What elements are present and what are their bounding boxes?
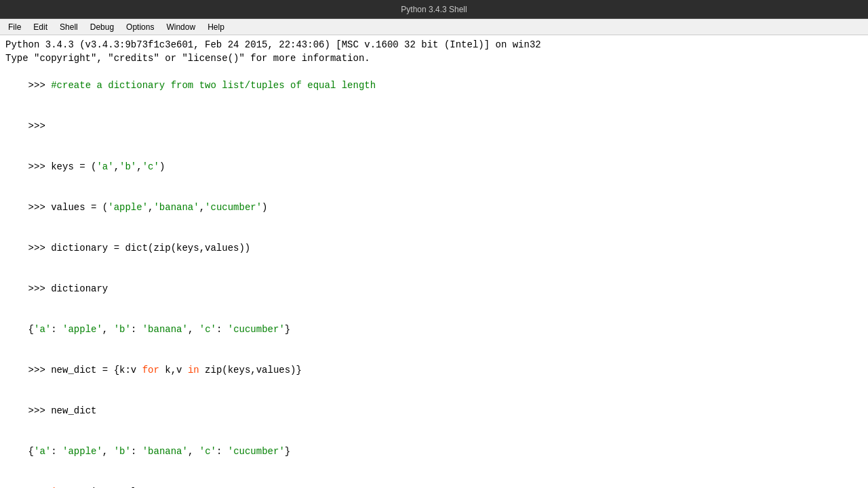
menu-edit[interactable]: Edit (28, 21, 53, 33)
prompt: >>> (28, 405, 52, 416)
menu-bar: File Edit Shell Debug Options Window Hel… (0, 19, 868, 35)
code: keys = ('a','b','c') (51, 161, 165, 172)
prompt: >>> (28, 243, 52, 253)
code: new_dict = {k:v for k,v in zip(keys,valu… (51, 365, 302, 375)
code: dictionary (51, 283, 108, 294)
terminal[interactable]: Python 3.4.3 (v3.4.3:9b73f1c3e601, Feb 2… (0, 35, 868, 488)
sysinfo-line1: Python 3.4.3 (v3.4.3:9b73f1c3e601, Feb 2… (5, 38, 863, 52)
menu-options[interactable]: Options (121, 21, 159, 33)
title-text: Python 3.4.3 Shell (401, 5, 467, 14)
line-8: >>> new_dict = {k:v for k,v in zip(keys,… (5, 350, 863, 390)
output-text: {'a': 'apple', 'b': 'banana', 'c': 'cucu… (28, 446, 291, 457)
menu-file[interactable]: File (3, 21, 26, 33)
line-11: >>> import itertools (5, 472, 863, 488)
prompt: >>> (28, 365, 52, 375)
sysinfo-line2: Type "copyright", "credits" or "license(… (5, 52, 863, 65)
line-3: >>> keys = ('a','b','c') (5, 146, 863, 187)
line-10: {'a': 'apple', 'b': 'banana', 'c': 'cucu… (5, 431, 863, 472)
line-7: {'a': 'apple', 'b': 'banana', 'c': 'cucu… (5, 309, 863, 350)
prompt: >>> (28, 202, 52, 213)
line-5: >>> dictionary = dict(zip(keys,values)) (5, 228, 863, 268)
menu-debug[interactable]: Debug (85, 21, 119, 33)
prompt: >>> (28, 121, 52, 131)
line-4: >>> values = ('apple','banana','cucumber… (5, 187, 863, 228)
line-6: >>> dictionary (5, 268, 863, 309)
menu-shell[interactable]: Shell (54, 21, 83, 33)
title-bar: Python 3.4.3 Shell (0, 0, 868, 19)
output-text: {'a': 'apple', 'b': 'banana', 'c': 'cucu… (28, 324, 291, 335)
prompt: >>> (28, 161, 52, 172)
code: values = ('apple','banana','cucumber') (51, 202, 267, 213)
comment: #create a dictionary from two list/tuple… (51, 80, 376, 91)
prompt: >>> (28, 80, 52, 91)
menu-window[interactable]: Window (161, 21, 201, 33)
line-9: >>> new_dict (5, 390, 863, 431)
line-1: >>> #create a dictionary from two list/t… (5, 65, 863, 106)
prompt: >>> (28, 283, 52, 294)
line-2: >>> (5, 106, 863, 146)
code: dictionary = dict(zip(keys,values)) (51, 243, 250, 253)
code: new_dict (51, 405, 96, 416)
menu-help[interactable]: Help (202, 21, 230, 33)
